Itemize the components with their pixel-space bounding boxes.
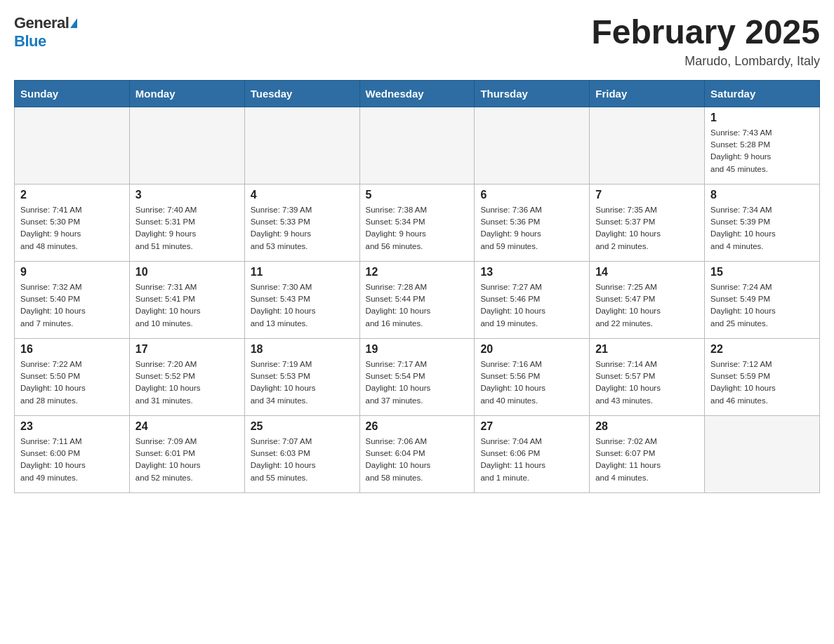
day-number: 21 (595, 343, 699, 356)
calendar-body: 1Sunrise: 7:43 AMSunset: 5:28 PMDaylight… (15, 107, 820, 492)
calendar-cell: 11Sunrise: 7:30 AMSunset: 5:43 PMDayligh… (244, 261, 359, 338)
day-number: 19 (366, 343, 469, 356)
calendar-cell (129, 107, 244, 184)
calendar-cell: 19Sunrise: 7:17 AMSunset: 5:54 PMDayligh… (359, 338, 475, 415)
day-info: Sunrise: 7:09 AMSunset: 6:01 PMDaylight:… (135, 436, 239, 484)
day-number: 1 (710, 112, 814, 124)
calendar-cell: 7Sunrise: 7:35 AMSunset: 5:37 PMDaylight… (590, 184, 705, 261)
logo-blue-text: Blue (14, 32, 46, 50)
col-friday: Friday (590, 80, 705, 107)
day-info: Sunrise: 7:17 AMSunset: 5:54 PMDaylight:… (366, 358, 469, 407)
calendar-cell: 4Sunrise: 7:39 AMSunset: 5:33 PMDaylight… (244, 184, 359, 261)
day-number: 26 (366, 420, 469, 433)
calendar-cell: 14Sunrise: 7:25 AMSunset: 5:47 PMDayligh… (590, 261, 705, 338)
day-number: 11 (251, 266, 354, 279)
week-row-4: 16Sunrise: 7:22 AMSunset: 5:50 PMDayligh… (15, 338, 820, 415)
calendar-cell (244, 107, 359, 184)
logo: General Blue (14, 14, 77, 51)
calendar-cell: 8Sunrise: 7:34 AMSunset: 5:39 PMDaylight… (705, 184, 820, 261)
calendar-title: February 2025 (591, 14, 820, 51)
week-row-3: 9Sunrise: 7:32 AMSunset: 5:40 PMDaylight… (15, 261, 820, 338)
day-info: Sunrise: 7:35 AMSunset: 5:37 PMDaylight:… (595, 204, 699, 253)
day-number: 2 (20, 189, 124, 201)
day-number: 28 (595, 420, 699, 433)
calendar-cell: 26Sunrise: 7:06 AMSunset: 6:04 PMDayligh… (359, 415, 475, 492)
day-info: Sunrise: 7:28 AMSunset: 5:44 PMDaylight:… (366, 281, 469, 330)
day-number: 16 (20, 343, 124, 356)
calendar-cell: 9Sunrise: 7:32 AMSunset: 5:40 PMDaylight… (15, 261, 130, 338)
weekday-row: Sunday Monday Tuesday Wednesday Thursday… (15, 80, 820, 107)
col-saturday: Saturday (705, 80, 820, 107)
calendar-cell: 10Sunrise: 7:31 AMSunset: 5:41 PMDayligh… (129, 261, 244, 338)
calendar-cell: 25Sunrise: 7:07 AMSunset: 6:03 PMDayligh… (244, 415, 359, 492)
day-info: Sunrise: 7:38 AMSunset: 5:34 PMDaylight:… (366, 204, 469, 253)
calendar-cell: 24Sunrise: 7:09 AMSunset: 6:01 PMDayligh… (129, 415, 244, 492)
day-info: Sunrise: 7:12 AMSunset: 5:59 PMDaylight:… (710, 358, 814, 407)
calendar-cell: 27Sunrise: 7:04 AMSunset: 6:06 PMDayligh… (475, 415, 590, 492)
day-info: Sunrise: 7:14 AMSunset: 5:57 PMDaylight:… (595, 358, 699, 407)
day-number: 15 (710, 266, 814, 279)
day-info: Sunrise: 7:39 AMSunset: 5:33 PMDaylight:… (251, 204, 354, 253)
calendar-cell: 17Sunrise: 7:20 AMSunset: 5:52 PMDayligh… (129, 338, 244, 415)
day-number: 24 (135, 420, 239, 433)
day-number: 27 (480, 420, 583, 433)
day-number: 9 (20, 266, 124, 279)
calendar-cell: 18Sunrise: 7:19 AMSunset: 5:53 PMDayligh… (244, 338, 359, 415)
calendar-cell: 13Sunrise: 7:27 AMSunset: 5:46 PMDayligh… (475, 261, 590, 338)
day-info: Sunrise: 7:19 AMSunset: 5:53 PMDaylight:… (251, 358, 354, 407)
day-info: Sunrise: 7:40 AMSunset: 5:31 PMDaylight:… (135, 204, 239, 253)
day-number: 3 (135, 189, 239, 201)
page-header: General Blue February 2025 Marudo, Lomba… (14, 14, 820, 69)
calendar-cell: 20Sunrise: 7:16 AMSunset: 5:56 PMDayligh… (475, 338, 590, 415)
col-wednesday: Wednesday (359, 80, 475, 107)
day-info: Sunrise: 7:32 AMSunset: 5:40 PMDaylight:… (20, 281, 124, 330)
calendar-cell (705, 415, 820, 492)
day-info: Sunrise: 7:34 AMSunset: 5:39 PMDaylight:… (710, 204, 814, 253)
day-number: 5 (366, 189, 469, 201)
calendar-cell: 28Sunrise: 7:02 AMSunset: 6:07 PMDayligh… (590, 415, 705, 492)
calendar-subtitle: Marudo, Lombardy, Italy (591, 54, 820, 69)
logo-line2: Blue (14, 32, 46, 51)
calendar-cell: 6Sunrise: 7:36 AMSunset: 5:36 PMDaylight… (475, 184, 590, 261)
logo-line1: General (14, 14, 77, 32)
day-info: Sunrise: 7:04 AMSunset: 6:06 PMDaylight:… (480, 436, 583, 484)
calendar-cell: 5Sunrise: 7:38 AMSunset: 5:34 PMDaylight… (359, 184, 475, 261)
day-number: 10 (135, 266, 239, 279)
day-info: Sunrise: 7:24 AMSunset: 5:49 PMDaylight:… (710, 281, 814, 330)
calendar-cell (15, 107, 130, 184)
day-info: Sunrise: 7:02 AMSunset: 6:07 PMDaylight:… (595, 436, 699, 484)
calendar-cell: 12Sunrise: 7:28 AMSunset: 5:44 PMDayligh… (359, 261, 475, 338)
col-sunday: Sunday (15, 80, 130, 107)
day-info: Sunrise: 7:22 AMSunset: 5:50 PMDaylight:… (20, 358, 124, 407)
day-number: 6 (480, 189, 583, 201)
day-number: 13 (480, 266, 583, 279)
calendar-cell: 2Sunrise: 7:41 AMSunset: 5:30 PMDaylight… (15, 184, 130, 261)
week-row-2: 2Sunrise: 7:41 AMSunset: 5:30 PMDaylight… (15, 184, 820, 261)
day-info: Sunrise: 7:31 AMSunset: 5:41 PMDaylight:… (135, 281, 239, 330)
day-info: Sunrise: 7:20 AMSunset: 5:52 PMDaylight:… (135, 358, 239, 407)
logo-general-text: General (14, 14, 69, 32)
calendar-cell: 22Sunrise: 7:12 AMSunset: 5:59 PMDayligh… (705, 338, 820, 415)
day-info: Sunrise: 7:11 AMSunset: 6:00 PMDaylight:… (20, 436, 124, 484)
col-thursday: Thursday (475, 80, 590, 107)
calendar-cell: 3Sunrise: 7:40 AMSunset: 5:31 PMDaylight… (129, 184, 244, 261)
calendar-header: Sunday Monday Tuesday Wednesday Thursday… (15, 80, 820, 107)
day-number: 23 (20, 420, 124, 433)
day-info: Sunrise: 7:07 AMSunset: 6:03 PMDaylight:… (251, 436, 354, 484)
week-row-1: 1Sunrise: 7:43 AMSunset: 5:28 PMDaylight… (15, 107, 820, 184)
day-number: 20 (480, 343, 583, 356)
calendar-cell (590, 107, 705, 184)
title-block: February 2025 Marudo, Lombardy, Italy (591, 14, 820, 69)
day-info: Sunrise: 7:16 AMSunset: 5:56 PMDaylight:… (480, 358, 583, 407)
day-number: 8 (710, 189, 814, 201)
calendar-cell: 16Sunrise: 7:22 AMSunset: 5:50 PMDayligh… (15, 338, 130, 415)
logo-triangle-icon (70, 18, 77, 28)
calendar-cell (359, 107, 475, 184)
calendar-table: Sunday Monday Tuesday Wednesday Thursday… (14, 80, 820, 493)
day-info: Sunrise: 7:30 AMSunset: 5:43 PMDaylight:… (251, 281, 354, 330)
week-row-5: 23Sunrise: 7:11 AMSunset: 6:00 PMDayligh… (15, 415, 820, 492)
day-number: 14 (595, 266, 699, 279)
col-tuesday: Tuesday (244, 80, 359, 107)
day-number: 12 (366, 266, 469, 279)
calendar-cell: 23Sunrise: 7:11 AMSunset: 6:00 PMDayligh… (15, 415, 130, 492)
